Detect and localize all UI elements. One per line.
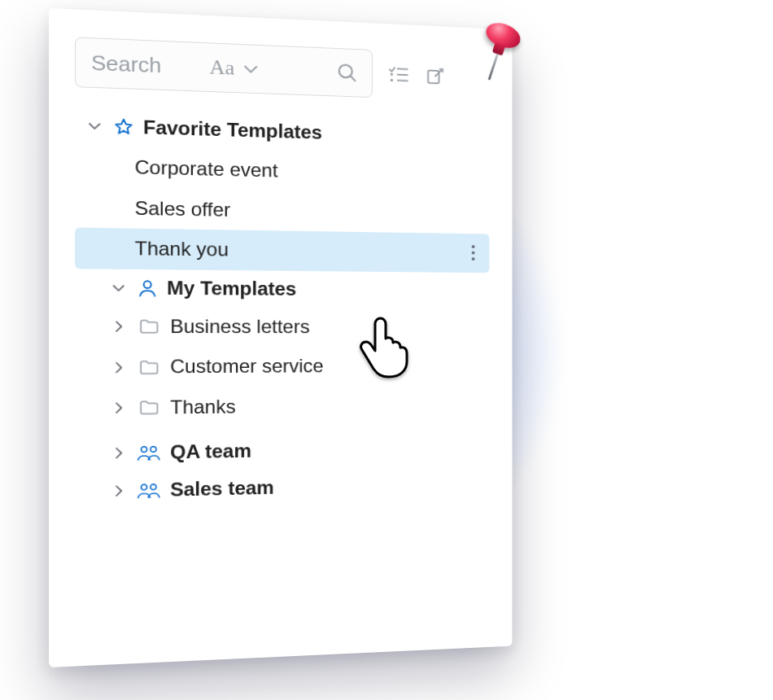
search-box[interactable]: Aa — [75, 37, 373, 98]
svg-point-10 — [144, 281, 151, 288]
hand-cursor-icon — [355, 316, 413, 379]
chevron-down-icon[interactable] — [241, 59, 260, 79]
group-label: Favorite Templates — [143, 117, 322, 143]
group-my-templates[interactable]: My Templates — [75, 269, 489, 308]
folder-thanks[interactable]: Thanks — [75, 385, 489, 429]
svg-point-13 — [142, 484, 147, 490]
chevron-down-icon — [109, 278, 128, 296]
open-external-icon[interactable] — [425, 65, 447, 88]
svg-rect-6 — [428, 71, 439, 84]
search-input[interactable] — [90, 50, 203, 81]
person-icon — [137, 278, 159, 299]
folder-label: Business letters — [170, 316, 309, 337]
checklist-icon[interactable] — [386, 63, 410, 87]
chevron-down-icon — [85, 117, 104, 136]
svg-point-7 — [472, 246, 475, 249]
chevron-right-icon — [109, 358, 128, 376]
more-options-icon[interactable] — [471, 244, 476, 263]
folder-icon — [138, 397, 160, 418]
pushpin-icon — [472, 19, 523, 86]
svg-point-12 — [151, 447, 156, 453]
team-label: Sales team — [170, 477, 274, 501]
chevron-right-icon — [109, 399, 128, 417]
svg-point-14 — [151, 484, 156, 490]
templates-panel: Aa — [49, 8, 512, 667]
template-item-thank-you[interactable]: Thank you — [75, 228, 489, 273]
team-icon — [137, 442, 162, 463]
group-label: My Templates — [167, 278, 296, 300]
svg-point-8 — [472, 252, 475, 255]
toolbar: Aa — [75, 37, 489, 102]
folder-business-letters[interactable]: Business letters — [75, 306, 489, 347]
svg-point-4 — [391, 74, 392, 75]
folder-icon — [138, 316, 160, 337]
svg-point-5 — [391, 80, 392, 81]
template-item-label: Thank you — [135, 238, 229, 260]
folder-label: Thanks — [170, 396, 236, 418]
team-icon — [137, 479, 162, 501]
folder-icon — [138, 357, 160, 378]
team-sales-team[interactable]: Sales team — [75, 465, 489, 510]
match-case-toggle[interactable]: Aa — [209, 55, 234, 80]
template-item-label: Corporate event — [135, 157, 278, 182]
template-item-label: Sales offer — [135, 198, 231, 221]
templates-tree: Favorite Templates Corporate event Sales… — [75, 105, 489, 510]
template-item-sales-offer[interactable]: Sales offer — [75, 186, 489, 234]
chevron-right-icon — [109, 317, 128, 335]
svg-point-0 — [339, 64, 352, 77]
chevron-right-icon — [109, 482, 128, 500]
svg-point-11 — [142, 447, 147, 453]
folder-label: Customer service — [170, 356, 324, 377]
team-label: QA team — [170, 440, 251, 462]
svg-point-9 — [472, 258, 475, 261]
search-icon[interactable] — [335, 60, 359, 85]
folder-customer-service[interactable]: Customer service — [75, 347, 489, 388]
star-outline-icon — [112, 116, 134, 138]
chevron-right-icon — [109, 444, 128, 462]
